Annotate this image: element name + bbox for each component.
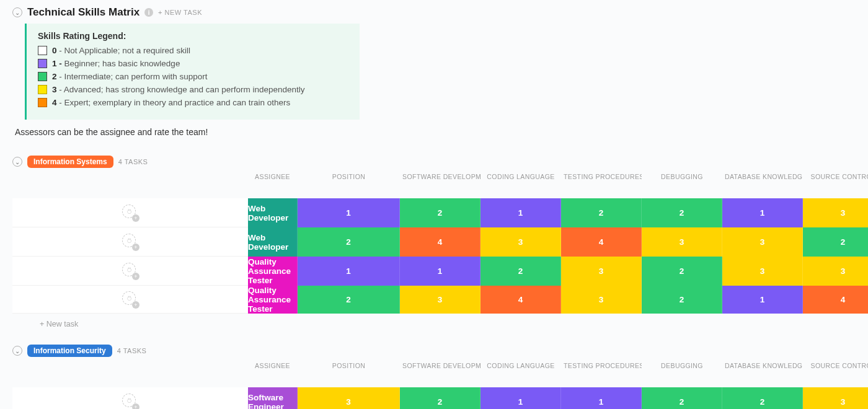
score-cell[interactable]: 2: [561, 198, 642, 227]
column-header[interactable]: ASSIGNEE: [248, 358, 298, 387]
position-cell[interactable]: Quality Assurance Tester: [248, 286, 298, 314]
position-cell[interactable]: Quality Assurance Tester: [248, 257, 298, 286]
info-icon[interactable]: i: [144, 8, 153, 17]
score-cell[interactable]: 3: [722, 227, 803, 257]
score-cell[interactable]: 2: [642, 387, 722, 409]
assignee-cell[interactable]: ⍥+: [12, 227, 248, 257]
page-header: ⌄ Technical Skills Matrix i + NEW TASK: [12, 6, 856, 19]
group: ⌄Information Systems4 TASKSASSIGNEEPOSIT…: [12, 156, 856, 331]
column-header[interactable]: CODING LANGUAGE: [480, 169, 561, 198]
score-cell[interactable]: 3: [561, 286, 642, 314]
score-cell[interactable]: 2: [642, 257, 722, 286]
score-cell[interactable]: 1: [400, 257, 480, 286]
score-cell[interactable]: 2: [803, 227, 868, 257]
score-cell[interactable]: 2: [642, 198, 722, 227]
legend-text: 3 - Advanced; has strong knowledge and c…: [52, 85, 305, 94]
legend-swatch: [38, 72, 47, 81]
score-cell[interactable]: 3: [561, 257, 642, 286]
assignee-cell[interactable]: ⍥+: [12, 387, 248, 409]
legend-row: 1 - Beginner; has basic knowledge: [38, 59, 348, 68]
group-grid: ASSIGNEEPOSITIONSOFTWARE DEVELOPMENTCODI…: [12, 169, 856, 331]
score-cell[interactable]: 1: [722, 198, 803, 227]
assignee-cell[interactable]: ⍥+: [12, 257, 248, 286]
score-cell[interactable]: 3: [642, 227, 722, 257]
column-header[interactable]: DATABASE KNOWLEDGE: [722, 169, 803, 198]
column-header[interactable]: TESTING PROCEDURES: [561, 169, 642, 198]
column-header[interactable]: DATABASE KNOWLEDGE: [722, 358, 803, 387]
score-cell[interactable]: 2: [642, 286, 722, 314]
legend-row: 3 - Advanced; has strong knowledge and c…: [38, 85, 348, 94]
score-cell[interactable]: 2: [298, 286, 400, 314]
score-cell[interactable]: 1: [561, 387, 642, 409]
score-cell[interactable]: 1: [298, 198, 400, 227]
score-cell[interactable]: 3: [400, 286, 480, 314]
legend-text: 4 - Expert; exemplary in theory and prac…: [52, 98, 290, 107]
group-pill[interactable]: Information Systems: [27, 156, 113, 168]
score-cell[interactable]: 1: [298, 257, 400, 286]
score-cell[interactable]: 1: [480, 198, 561, 227]
legend-title: Skills Rating Legend:: [38, 31, 348, 41]
group-collapse-icon[interactable]: ⌄: [12, 157, 22, 167]
group-task-count: 4 TASKS: [117, 347, 147, 354]
score-cell[interactable]: 4: [561, 227, 642, 257]
new-task-button[interactable]: + NEW TASK: [158, 9, 202, 16]
score-cell[interactable]: 2: [480, 257, 561, 286]
column-header[interactable]: ASSIGNEE: [248, 169, 298, 198]
legend-text: 0 - Not Applicable; not a required skill: [52, 46, 190, 55]
column-header[interactable]: SOURCE CONTROL: [803, 169, 868, 198]
score-cell[interactable]: 3: [298, 387, 400, 409]
page-title: Technical Skills Matrix: [27, 6, 140, 19]
assignee-icon[interactable]: ⍥+: [122, 263, 138, 279]
column-header[interactable]: POSITION: [298, 358, 400, 387]
collapse-icon[interactable]: ⌄: [12, 7, 22, 17]
score-cell[interactable]: 1: [722, 286, 803, 314]
score-cell[interactable]: 3: [803, 257, 868, 286]
group-header: ⌄Information Security4 TASKS: [12, 345, 856, 357]
group-pill[interactable]: Information Security: [27, 345, 112, 357]
column-header[interactable]: DEBUGGING: [642, 358, 722, 387]
legend-row: 4 - Expert; exemplary in theory and prac…: [38, 98, 348, 107]
position-cell[interactable]: Web Developer: [248, 227, 298, 257]
assignee-icon[interactable]: ⍥+: [122, 394, 138, 409]
assessor-note: Assessors can be the assignee and rate t…: [15, 127, 856, 137]
new-task-row[interactable]: + New task: [12, 314, 868, 331]
group-header: ⌄Information Systems4 TASKS: [12, 156, 856, 168]
score-cell[interactable]: 3: [803, 198, 868, 227]
position-cell[interactable]: Software Engineer: [248, 387, 298, 409]
legend-swatch: [38, 59, 47, 68]
assignee-icon[interactable]: ⍥+: [122, 205, 138, 221]
assignee-icon[interactable]: ⍥+: [122, 291, 138, 307]
column-header[interactable]: TESTING PROCEDURES: [561, 358, 642, 387]
group-task-count: 4 TASKS: [118, 158, 148, 165]
score-cell[interactable]: 4: [803, 286, 868, 314]
legend-text: 1 - Beginner; has basic knowledge: [52, 59, 180, 68]
assignee-cell[interactable]: ⍥+: [12, 198, 248, 227]
legend-text: 2 - Intermediate; can perform with suppo…: [52, 72, 208, 81]
column-header[interactable]: DEBUGGING: [642, 169, 722, 198]
legend-swatch: [38, 98, 47, 107]
assignee-cell[interactable]: ⍥+: [12, 286, 248, 314]
column-header[interactable]: CODING LANGUAGE: [480, 358, 561, 387]
group-grid: ASSIGNEEPOSITIONSOFTWARE DEVELOPMENTCODI…: [12, 358, 856, 409]
score-cell[interactable]: 2: [722, 387, 803, 409]
column-header-blank: [12, 169, 248, 198]
legend-swatch: [38, 46, 47, 55]
column-header[interactable]: POSITION: [298, 169, 400, 198]
group: ⌄Information Security4 TASKSASSIGNEEPOSI…: [12, 345, 856, 409]
column-header[interactable]: SOFTWARE DEVELOPMENT: [400, 169, 480, 198]
score-cell[interactable]: 3: [722, 257, 803, 286]
score-cell[interactable]: 4: [480, 286, 561, 314]
score-cell[interactable]: 2: [298, 227, 400, 257]
column-header[interactable]: SOURCE CONTROL: [803, 358, 868, 387]
score-cell[interactable]: 3: [803, 387, 868, 409]
column-header[interactable]: SOFTWARE DEVELOPMENT: [400, 358, 480, 387]
score-cell[interactable]: 2: [400, 198, 480, 227]
group-collapse-icon[interactable]: ⌄: [12, 346, 22, 356]
legend-row: 2 - Intermediate; can perform with suppo…: [38, 72, 348, 81]
score-cell[interactable]: 1: [480, 387, 561, 409]
score-cell[interactable]: 2: [400, 387, 480, 409]
assignee-icon[interactable]: ⍥+: [122, 234, 138, 250]
score-cell[interactable]: 4: [400, 227, 480, 257]
position-cell[interactable]: Web Developer: [248, 198, 298, 227]
score-cell[interactable]: 3: [480, 227, 561, 257]
